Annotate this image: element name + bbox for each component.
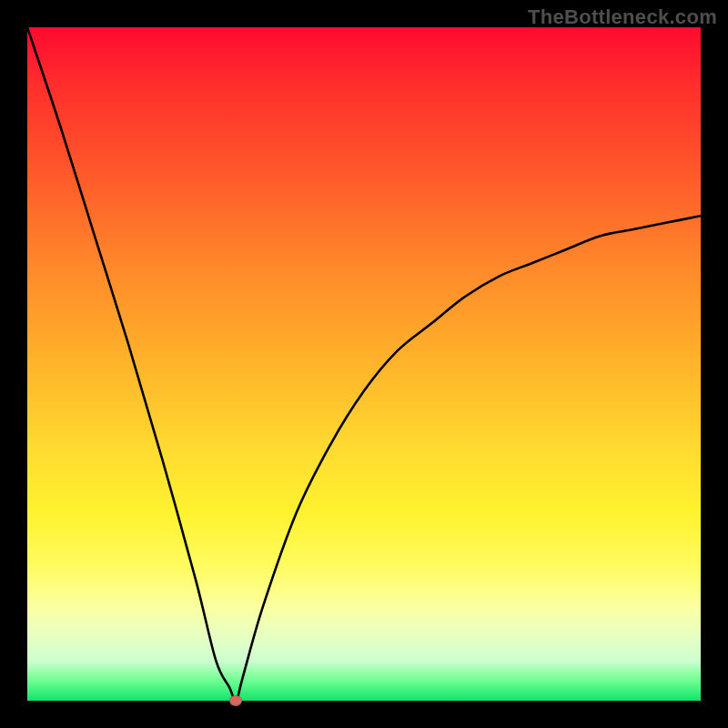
minimum-marker	[229, 695, 242, 706]
watermark-text: TheBottleneck.com	[528, 5, 717, 29]
stage: TheBottleneck.com	[0, 0, 728, 728]
plot-area	[27, 27, 701, 701]
curve-path	[27, 27, 701, 701]
bottleneck-curve	[27, 27, 701, 701]
